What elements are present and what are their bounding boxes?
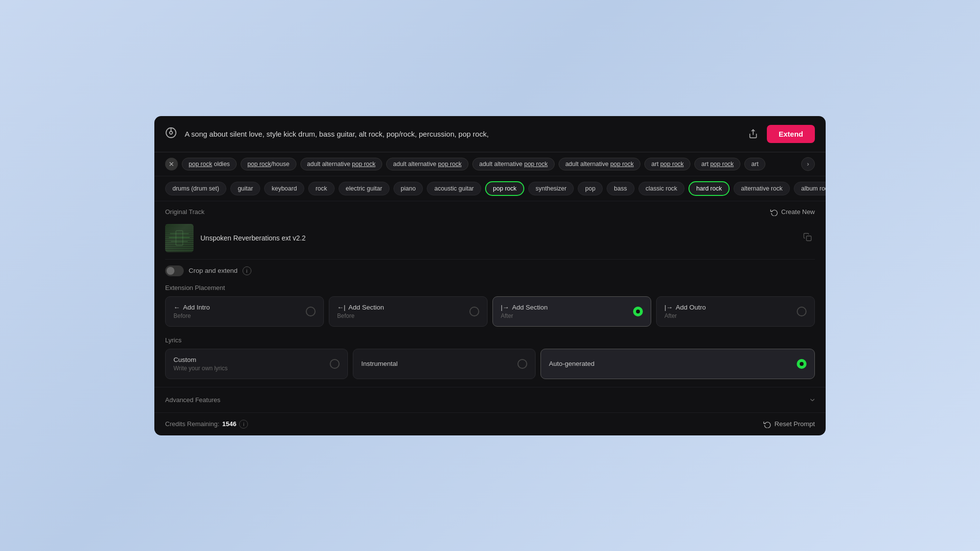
lyrics-auto-title: Auto-generated [549, 360, 594, 367]
placement-intro-title: ← Add Intro [173, 304, 210, 311]
placement-section-before-radio[interactable] [469, 307, 479, 316]
genre-rock[interactable]: rock [308, 182, 335, 195]
genre-pop[interactable]: pop [578, 182, 603, 195]
footer-row: Credits Remaining: 1546 i Reset Prompt [154, 412, 826, 435]
placement-outro-radio[interactable] [797, 307, 807, 316]
genre-pop-rock[interactable]: pop rock [485, 181, 524, 196]
main-panel: A song about silent love, style kick dru… [154, 116, 826, 435]
tag-adult-alt-4[interactable]: adult alternative pop rock [559, 158, 641, 170]
genre-synthesizer[interactable]: synthesizer [528, 182, 574, 195]
placement-outro-info: |→ Add Outro After [664, 304, 706, 319]
genre-row: drums (drum set) guitar keyboard rock el… [154, 176, 826, 201]
genre-piano[interactable]: piano [393, 182, 423, 195]
placement-add-section-after[interactable]: |→ Add Section After [492, 296, 651, 327]
crop-label: Crop and extend [189, 267, 238, 274]
crop-row: Crop and extend i [154, 260, 826, 282]
credits-info-icon[interactable]: i [239, 420, 248, 429]
lyrics-instrumental-radio[interactable] [517, 359, 527, 369]
genre-alternative-rock[interactable]: alternative rock [734, 182, 790, 195]
share-button[interactable] [745, 126, 761, 142]
placement-add-outro[interactable]: |→ Add Outro After [656, 296, 815, 327]
placement-intro-info: ← Add Intro Before [173, 304, 210, 319]
section-after-arrow-icon: |→ [501, 304, 509, 311]
svg-rect-9 [807, 236, 811, 241]
track-name: Unspoken Reverberations ext v2.2 [200, 234, 793, 242]
svg-rect-4 [165, 224, 194, 252]
copy-track-button[interactable] [800, 230, 815, 246]
tag-art[interactable]: art [744, 158, 765, 170]
intro-arrow-icon: ← [173, 304, 180, 311]
lyrics-grid: Custom Write your own lyrics Instrumenta… [154, 349, 826, 387]
top-bar: A song about silent love, style kick dru… [154, 116, 826, 152]
placement-section-before-sub: Before [337, 312, 384, 319]
extend-button[interactable]: Extend [767, 125, 815, 143]
tag-art-pop-rock-1[interactable]: art pop rock [644, 158, 690, 170]
lyrics-auto-info: Auto-generated [549, 360, 594, 367]
genre-drums[interactable]: drums (drum set) [165, 182, 226, 195]
lyrics-custom-info: Custom Write your own lyrics [173, 356, 227, 372]
genre-electric-guitar[interactable]: electric guitar [339, 182, 390, 195]
music-icon [165, 127, 179, 141]
outro-arrow-icon: |→ [664, 304, 673, 311]
genre-acoustic-guitar[interactable]: acoustic guitar [427, 182, 481, 195]
credits-value: 1546 [222, 420, 237, 428]
tag-adult-alt-1[interactable]: adult alternative pop rock [300, 158, 383, 170]
placement-add-intro[interactable]: ← Add Intro Before [165, 296, 324, 327]
toggle-knob [167, 267, 174, 275]
genre-bass[interactable]: bass [607, 182, 634, 195]
tags-row: ✕ pop rock oldies pop rock/house adult a… [154, 152, 826, 176]
top-bar-actions: Extend [745, 125, 815, 143]
credits-remaining: Credits Remaining: 1546 i [165, 420, 248, 429]
lyrics-custom-radio[interactable] [330, 359, 340, 369]
create-new-label: Create New [781, 208, 815, 216]
placement-section-after-radio[interactable] [633, 307, 643, 316]
lyrics-custom[interactable]: Custom Write your own lyrics [165, 349, 348, 379]
placement-section-before-info: ←| Add Section Before [337, 304, 384, 319]
clear-tags-button[interactable]: ✕ [165, 158, 178, 170]
original-track-label: Original Track [165, 208, 204, 216]
placement-section-after-sub: After [501, 312, 548, 319]
credits-label: Credits Remaining: [165, 420, 220, 428]
reset-prompt-label: Reset Prompt [774, 420, 815, 428]
section-before-arrow-icon: ←| [337, 304, 345, 311]
genre-album-rock[interactable]: album rock [794, 182, 826, 195]
svg-point-1 [170, 131, 172, 134]
tag-pop-rock-oldies[interactable]: pop rock oldies [182, 158, 237, 170]
genre-hard-rock[interactable]: hard rock [688, 181, 730, 196]
placement-intro-sub: Before [173, 312, 210, 319]
reset-prompt-button[interactable]: Reset Prompt [763, 420, 815, 428]
tag-pop-rock-house[interactable]: pop rock/house [241, 158, 296, 170]
placement-intro-radio[interactable] [306, 307, 316, 316]
placement-section-after-title: |→ Add Section [501, 304, 548, 311]
lyrics-custom-sub: Write your own lyrics [173, 365, 227, 372]
crop-toggle[interactable] [165, 265, 184, 276]
track-thumbnail [165, 224, 194, 252]
placement-outro-sub: After [664, 312, 706, 319]
crop-info-icon[interactable]: i [243, 266, 251, 275]
lyrics-custom-title: Custom [173, 356, 227, 363]
lyrics-auto-generated[interactable]: Auto-generated [540, 349, 815, 379]
track-row: Unspoken Reverberations ext v2.2 [154, 220, 826, 259]
genre-keyboard[interactable]: keyboard [264, 182, 304, 195]
tag-art-pop-rock-2[interactable]: art pop rock [694, 158, 740, 170]
tag-adult-alt-2[interactable]: adult alternative pop rock [386, 158, 468, 170]
placement-add-section-before[interactable]: ←| Add Section Before [329, 296, 488, 327]
placement-section-before-title: ←| Add Section [337, 304, 384, 311]
prompt-text: A song about silent love, style kick dru… [185, 129, 739, 139]
advanced-features-row[interactable]: Advanced Features › [154, 387, 826, 412]
genre-classic-rock[interactable]: classic rock [638, 182, 685, 195]
advanced-label: Advanced Features [165, 396, 220, 404]
extension-placement-label: Extension Placement [154, 282, 826, 296]
placement-section-after-info: |→ Add Section After [501, 304, 548, 319]
tags-scroll-right-button[interactable]: › [801, 157, 815, 171]
lyrics-auto-radio[interactable] [797, 359, 807, 369]
lyrics-instrumental-title: Instrumental [361, 360, 397, 367]
lyrics-instrumental-info: Instrumental [361, 360, 397, 367]
track-thumb-image [165, 224, 194, 252]
create-new-button[interactable]: Create New [770, 208, 815, 216]
original-track-header: Original Track Create New [154, 201, 826, 220]
tag-adult-alt-3[interactable]: adult alternative pop rock [472, 158, 555, 170]
placement-grid: ← Add Intro Before ←| Add Section Before [154, 296, 826, 335]
lyrics-instrumental[interactable]: Instrumental [353, 349, 536, 379]
genre-guitar[interactable]: guitar [230, 182, 260, 195]
